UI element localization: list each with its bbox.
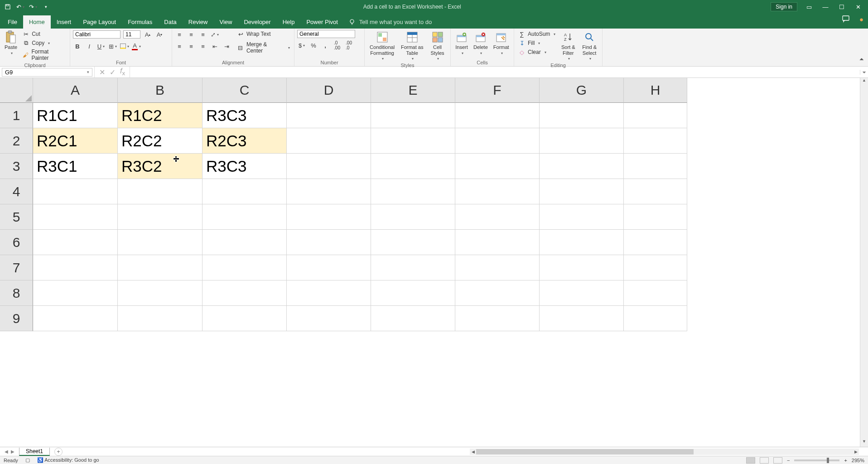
row-header-8[interactable]: 8 <box>0 280 33 306</box>
tab-scroll-left-icon[interactable]: ◀ <box>5 449 8 454</box>
decrease-font-icon[interactable]: A▾ <box>155 30 164 39</box>
zoom-slider[interactable] <box>794 459 839 461</box>
cell-G4[interactable] <box>540 179 624 204</box>
cell-C1[interactable]: R3C3 <box>203 103 287 128</box>
row-header-4[interactable]: 4 <box>0 179 33 204</box>
align-top-icon[interactable]: ≡ <box>175 30 184 39</box>
col-header-G[interactable]: G <box>540 78 624 103</box>
cell-B5[interactable] <box>118 204 203 230</box>
cell-H5[interactable] <box>624 204 687 230</box>
bold-button[interactable]: B <box>73 42 82 51</box>
cell-D4[interactable] <box>287 179 371 204</box>
cell-H4[interactable] <box>624 179 687 204</box>
cell-C8[interactable] <box>203 280 287 306</box>
accessibility-status[interactable]: ♿ Accessibility: Good to go <box>37 457 99 463</box>
cell-D7[interactable] <box>287 255 371 280</box>
cell-B7[interactable] <box>118 255 203 280</box>
col-header-B[interactable]: B <box>118 78 203 103</box>
cell-F2[interactable] <box>455 128 540 154</box>
cell-F9[interactable] <box>455 306 540 331</box>
accounting-format-icon[interactable]: $ <box>297 41 306 50</box>
cell-C5[interactable] <box>203 204 287 230</box>
align-middle-icon[interactable]: ≡ <box>187 30 196 39</box>
merge-center-button[interactable]: ⊟Merge & Center <box>236 41 291 54</box>
paste-button[interactable]: Paste <box>3 30 19 56</box>
cell-G9[interactable] <box>540 306 624 331</box>
tab-help[interactable]: Help <box>277 15 301 29</box>
page-layout-view-button[interactable] <box>760 457 769 464</box>
cell-C3[interactable]: R3C3 <box>203 154 287 179</box>
tell-me[interactable]: Tell me what you want to do <box>344 15 436 29</box>
row-header-6[interactable]: 6 <box>0 230 33 255</box>
row-header-2[interactable]: 2 <box>0 128 33 154</box>
increase-font-icon[interactable]: A▴ <box>143 30 152 39</box>
decrease-decimal-icon[interactable]: .00.0 <box>344 41 353 50</box>
tab-scroll-right-icon[interactable]: ▶ <box>11 449 14 454</box>
cell-E9[interactable] <box>371 306 455 331</box>
row-header-7[interactable]: 7 <box>0 255 33 280</box>
fx-icon[interactable]: fx <box>120 67 125 77</box>
col-header-F[interactable]: F <box>455 78 540 103</box>
comments-icon[interactable] <box>842 15 850 23</box>
cell-E2[interactable] <box>371 128 455 154</box>
tab-power-pivot[interactable]: Power Pivot <box>300 15 343 29</box>
cell-A2[interactable]: R2C1 <box>33 128 118 154</box>
normal-view-button[interactable] <box>746 457 755 464</box>
cell-B6[interactable] <box>118 230 203 255</box>
cell-D6[interactable] <box>287 230 371 255</box>
col-header-H[interactable]: H <box>624 78 687 103</box>
italic-button[interactable]: I <box>85 42 94 51</box>
cell-E6[interactable] <box>371 230 455 255</box>
cell-G3[interactable] <box>540 154 624 179</box>
zoom-out-button[interactable]: − <box>787 458 790 463</box>
horizontal-scrollbar[interactable]: ◀ ▶ <box>470 449 859 455</box>
cell-A5[interactable] <box>33 204 118 230</box>
cell-C4[interactable] <box>203 179 287 204</box>
cell-H8[interactable] <box>624 280 687 306</box>
scroll-down-icon[interactable]: ▼ <box>860 439 868 447</box>
row-header-3[interactable]: 3 <box>0 154 33 179</box>
cell-D2[interactable] <box>287 128 371 154</box>
sheet-tab-1[interactable]: Sheet1 <box>19 448 50 456</box>
scroll-up-icon[interactable]: ▲ <box>860 78 868 86</box>
delete-cells-button[interactable]: Delete <box>472 30 490 56</box>
cell-C7[interactable] <box>203 255 287 280</box>
font-size-select[interactable] <box>123 30 140 39</box>
cell-C6[interactable] <box>203 230 287 255</box>
cell-styles-button[interactable]: Cell Styles <box>427 30 448 62</box>
autosum-button[interactable]: ∑AutoSum <box>517 30 557 38</box>
cell-H1[interactable] <box>624 103 687 128</box>
cell-F1[interactable] <box>455 103 540 128</box>
tab-developer[interactable]: Developer <box>238 15 276 29</box>
increase-decimal-icon[interactable]: .0.00 <box>333 41 342 50</box>
cut-button[interactable]: ✂Cut <box>21 30 67 38</box>
cell-F7[interactable] <box>455 255 540 280</box>
select-all-corner[interactable] <box>0 78 33 103</box>
pending-updates-icon[interactable]: ● <box>859 15 863 23</box>
align-left-icon[interactable]: ≡ <box>175 42 184 51</box>
sort-filter-button[interactable]: AZSort & Filter <box>559 30 578 62</box>
collapse-ribbon-icon[interactable]: ⏶ <box>859 56 864 62</box>
cancel-formula-icon[interactable]: ✕ <box>99 68 105 77</box>
conditional-formatting-button[interactable]: Conditional Formatting <box>367 30 397 62</box>
col-header-A[interactable]: A <box>33 78 118 103</box>
vertical-scrollbar[interactable]: ▲ ▼ <box>860 78 868 447</box>
page-break-view-button[interactable] <box>773 457 782 464</box>
cell-G2[interactable] <box>540 128 624 154</box>
qat-customize-icon[interactable]: ▾ <box>42 3 50 11</box>
cell-H2[interactable] <box>624 128 687 154</box>
minimize-icon[interactable]: — <box>821 4 830 10</box>
cell-A1[interactable]: R1C1 <box>33 103 118 128</box>
copy-button[interactable]: ⧉Copy <box>21 39 67 47</box>
cell-D5[interactable] <box>287 204 371 230</box>
align-right-icon[interactable]: ≡ <box>198 42 207 51</box>
tab-formulas[interactable]: Formulas <box>122 15 158 29</box>
cell-G7[interactable] <box>540 255 624 280</box>
font-name-select[interactable] <box>73 30 121 39</box>
fill-color-button[interactable] <box>120 42 129 51</box>
insert-cells-button[interactable]: Insert <box>453 30 470 56</box>
row-header-5[interactable]: 5 <box>0 204 33 230</box>
underline-button[interactable]: U <box>96 42 106 51</box>
cell-A4[interactable] <box>33 179 118 204</box>
close-icon[interactable]: ✕ <box>854 4 863 10</box>
